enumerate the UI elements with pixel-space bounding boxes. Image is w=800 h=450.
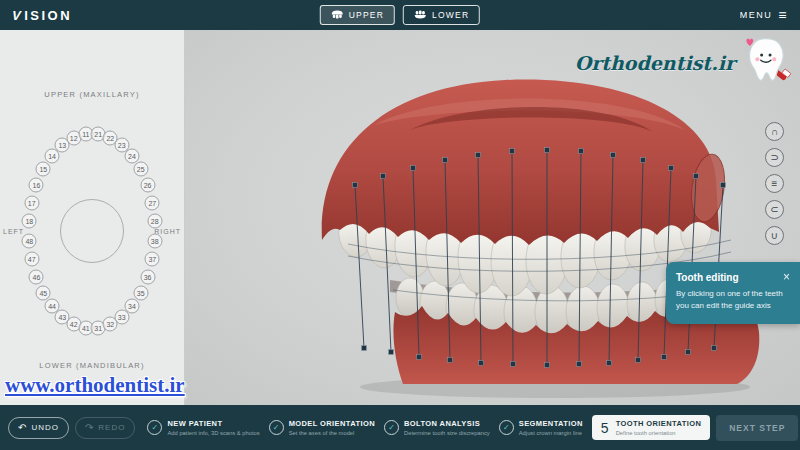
menu-button[interactable]: MENU ≡ (740, 8, 788, 22)
check-icon: ✓ (499, 420, 514, 435)
hamburger-icon: ≡ (778, 8, 788, 22)
brand-name: Orthodentist.ir (575, 52, 735, 74)
upper-maxillary-label: UPPER (MAXILLARY) (44, 90, 139, 99)
tooth-cell[interactable]: 45 (36, 285, 51, 300)
step-title: MODEL ORIENTATION (289, 419, 375, 428)
menu-label: MENU (740, 10, 773, 20)
site-watermark: www.orthodentist.ir (5, 373, 185, 398)
vision-logo-mark: V (10, 8, 25, 23)
step-new-patient[interactable]: ✓ NEW PATIENT Add patient info, 3D scans… (147, 419, 259, 436)
tooth-cell[interactable]: 28 (147, 214, 162, 229)
undo-label: UNDO (31, 423, 59, 432)
step-tooth-orientation-active[interactable]: 5 TOOTH ORIENTATION Define tooth orienta… (592, 415, 710, 440)
arch-toggle-group: UPPER LOWER (320, 5, 480, 25)
check-icon: ✓ (269, 420, 284, 435)
step-model-orientation[interactable]: ✓ MODEL ORIENTATION Set the axes of the … (269, 419, 375, 436)
tooth-cell[interactable]: 25 (133, 162, 148, 177)
upper-arch-label: UPPER (349, 10, 384, 20)
odontogram-center-circle (60, 199, 124, 263)
content-area: UPPER (MAXILLARY) LEFT RIGHT 18171615141… (0, 30, 800, 405)
step-title: NEW PATIENT (167, 419, 259, 428)
step-title: TOOTH ORIENTATION (616, 419, 702, 428)
step-subtitle: Define tooth orientation (616, 430, 702, 436)
tooltip-body: By clicking on one of the teeth you can … (676, 288, 790, 313)
step-title: BOLTON ANALYSIS (404, 419, 490, 428)
tooth-cell[interactable]: 37 (145, 252, 160, 267)
tooth-cell[interactable]: 38 (147, 233, 162, 248)
step-number: 5 (601, 420, 609, 436)
vision-logo: V ISION (12, 8, 72, 23)
brand-tooth-icon (738, 34, 792, 92)
model-viewport[interactable]: Orthodentist.ir (185, 30, 800, 405)
undo-button[interactable]: ↶ UNDO (8, 417, 69, 439)
workflow-steps: ✓ NEW PATIENT Add patient info, 3D scans… (147, 415, 710, 440)
step-subtitle: Determine tooth size discrepancy (404, 430, 490, 436)
chart-left-label: LEFT (3, 228, 24, 235)
tooth-cell[interactable]: 46 (29, 269, 44, 284)
lower-arch-button[interactable]: LOWER (403, 5, 480, 25)
tooltip-title: Tooth editing (676, 272, 739, 283)
tooth-cell[interactable]: 18 (22, 214, 37, 229)
tooth-cell[interactable]: 17 (24, 195, 39, 210)
redo-button[interactable]: ↷ REDO (75, 417, 136, 439)
close-icon[interactable]: × (783, 271, 790, 283)
check-icon: ✓ (147, 420, 162, 435)
redo-label: REDO (98, 423, 125, 432)
redo-icon: ↷ (85, 422, 94, 433)
view-lower-arch-button[interactable]: ∪ (765, 226, 784, 245)
tooth-cell[interactable]: 47 (24, 252, 39, 267)
tooth-chart-sidebar: UPPER (MAXILLARY) LEFT RIGHT 18171615141… (0, 30, 185, 405)
step-segmentation[interactable]: ✓ SEGMENTATION Adjust crown margin line (499, 419, 583, 436)
check-icon: ✓ (384, 420, 399, 435)
odontogram-ring: LEFT RIGHT 18171615141312112122232425262… (7, 115, 177, 347)
top-bar: V ISION UPPER LOWER MENU ≡ (0, 0, 800, 30)
upper-teeth-icon (331, 10, 344, 21)
view-right-button[interactable]: ⊃ (765, 148, 784, 167)
step-subtitle: Adjust crown margin line (519, 430, 583, 436)
tooth-cell[interactable]: 48 (22, 233, 37, 248)
lower-mandibular-label: LOWER (MANDIBULAR) (39, 361, 144, 370)
tooth-cell[interactable]: 24 (124, 149, 139, 164)
tooth-cell[interactable]: 15 (36, 162, 51, 177)
tooth-cell[interactable]: 16 (29, 178, 44, 193)
view-front-button[interactable]: ≡ (765, 174, 784, 193)
tooth-cell[interactable]: 34 (124, 298, 139, 313)
orthodentist-brand: Orthodentist.ir (575, 34, 792, 92)
next-step-button[interactable]: NEXT STEP (716, 415, 798, 441)
view-upper-arch-button[interactable]: ∩ (765, 122, 784, 141)
tooth-cell[interactable]: 26 (140, 178, 155, 193)
tooth-cell[interactable]: 35 (133, 285, 148, 300)
vision-logo-text: ISION (24, 8, 72, 23)
tooth-cell[interactable]: 27 (145, 195, 160, 210)
app-window: V ISION UPPER LOWER MENU ≡ U (0, 0, 800, 450)
upper-arch-button[interactable]: UPPER (320, 5, 395, 25)
view-left-button[interactable]: ⊂ (765, 200, 784, 219)
step-subtitle: Set the axes of the model (289, 430, 375, 436)
lower-teeth-icon (414, 10, 427, 21)
tooth-editing-tooltip: Tooth editing × By clicking on one of th… (666, 262, 800, 324)
step-subtitle: Add patient info, 3D scans & photos (167, 430, 259, 436)
undo-icon: ↶ (18, 422, 27, 433)
tooth-cell[interactable]: 36 (140, 269, 155, 284)
lower-arch-label: LOWER (432, 10, 469, 20)
bottom-bar: ↶ UNDO ↷ REDO ✓ NEW PATIENT Add patient … (0, 405, 800, 450)
step-bolton-analysis[interactable]: ✓ BOLTON ANALYSIS Determine tooth size d… (384, 419, 490, 436)
step-title: SEGMENTATION (519, 419, 583, 428)
view-toolbar: ∩ ⊃ ≡ ⊂ ∪ (765, 122, 784, 245)
